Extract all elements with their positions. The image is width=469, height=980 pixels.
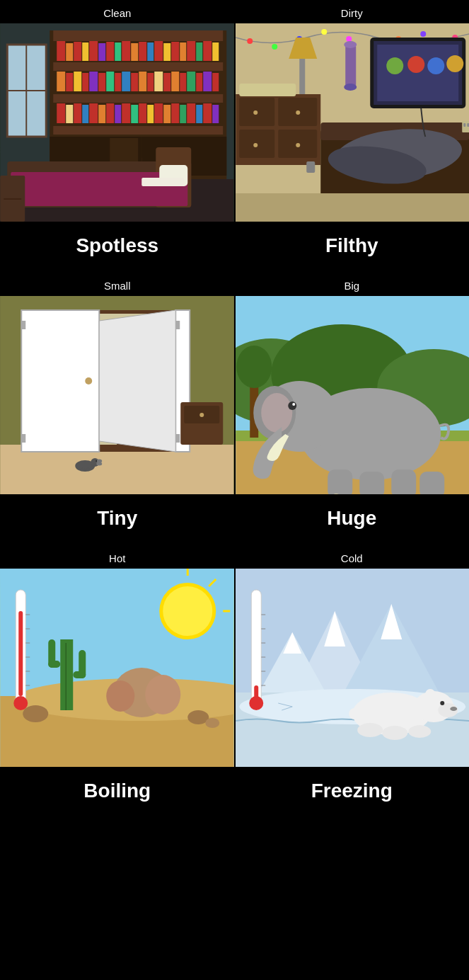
image-hot [0,569,234,767]
synonym-filthy: Filthy [235,222,470,273]
svg-rect-7 [53,94,223,103]
label-hot: Hot [0,545,235,569]
svg-point-92 [344,41,357,48]
image-dirty [236,23,470,222]
svg-rect-140 [21,434,25,443]
svg-rect-121 [306,161,315,173]
svg-rect-42 [154,72,163,91]
svg-point-151 [96,462,102,466]
svg-rect-16 [106,42,114,61]
pair-2: Small Big [0,273,469,545]
svg-rect-18 [122,41,130,61]
svg-rect-51 [66,105,73,123]
svg-rect-47 [196,73,202,91]
svg-rect-124 [463,123,465,127]
svg-rect-48 [203,72,212,91]
svg-rect-56 [106,103,114,123]
svg-point-185 [106,680,134,712]
svg-point-225 [249,696,263,710]
svg-point-220 [382,726,407,740]
svg-point-166 [292,403,295,406]
svg-rect-189 [60,639,73,710]
svg-point-219 [357,723,383,737]
synonym-tiny: Tiny [0,494,235,545]
svg-point-164 [261,393,292,433]
svg-rect-46 [187,72,195,91]
svg-point-108 [253,143,257,147]
svg-point-82 [247,38,253,44]
svg-point-152 [95,460,97,462]
svg-rect-17 [115,42,121,61]
svg-rect-53 [82,105,88,123]
svg-rect-36 [106,72,114,91]
pair-3: Hot Cold [0,545,469,818]
svg-point-160 [236,346,272,388]
svg-point-177 [163,586,212,636]
svg-rect-20 [139,42,146,61]
svg-rect-33 [82,73,88,91]
svg-rect-29 [212,42,219,61]
label-big: Big [235,273,470,296]
svg-rect-14 [89,41,98,61]
svg-rect-39 [131,73,138,91]
svg-point-221 [408,725,431,738]
svg-rect-11 [66,43,73,61]
svg-rect-91 [345,45,356,87]
svg-rect-24 [171,42,179,61]
svg-rect-15 [98,43,105,61]
svg-point-222 [349,708,360,719]
svg-rect-60 [139,103,146,123]
svg-point-107 [296,110,300,115]
svg-rect-57 [115,105,121,123]
image-big [236,296,470,494]
svg-point-99 [427,57,444,74]
svg-point-147 [199,413,204,417]
svg-point-98 [407,56,424,73]
svg-rect-23 [163,43,170,61]
svg-point-109 [296,143,300,147]
svg-rect-68 [203,103,212,123]
svg-rect-37 [115,73,121,91]
svg-point-97 [386,57,403,74]
svg-point-184 [145,675,180,714]
svg-rect-167 [328,469,352,494]
svg-rect-10 [57,41,65,61]
svg-rect-40 [139,72,146,91]
svg-point-85 [321,29,327,35]
svg-rect-69 [212,105,219,123]
svg-rect-67 [196,105,202,123]
synonym-boiling: Boiling [0,767,235,818]
svg-rect-49 [212,73,219,91]
svg-rect-65 [180,105,186,123]
svg-point-218 [425,689,435,699]
svg-point-106 [253,110,257,115]
svg-point-93 [344,84,357,91]
svg-rect-125 [467,123,469,127]
svg-rect-54 [89,103,98,123]
image-clean [0,23,234,222]
svg-point-217 [440,701,444,705]
svg-rect-139 [21,321,25,329]
svg-point-197 [13,696,28,710]
svg-rect-191 [48,639,55,668]
synonym-freezing: Freezing [235,767,470,818]
svg-point-86 [346,36,352,42]
svg-rect-19 [131,43,138,61]
svg-rect-50 [57,103,65,123]
svg-rect-41 [147,73,154,91]
svg-rect-44 [171,72,179,91]
label-small: Small [0,273,235,296]
svg-rect-66 [187,103,195,123]
svg-point-188 [205,718,219,728]
label-dirty: Dirty [235,0,470,23]
svg-rect-22 [154,41,163,61]
svg-rect-196 [18,611,23,696]
svg-rect-78 [141,178,184,186]
label-clean: Clean [0,0,235,23]
svg-rect-6 [53,62,223,71]
svg-rect-168 [359,472,384,494]
svg-rect-32 [74,72,81,91]
svg-point-216 [450,707,457,711]
svg-rect-110 [299,59,305,94]
svg-rect-38 [122,72,130,91]
